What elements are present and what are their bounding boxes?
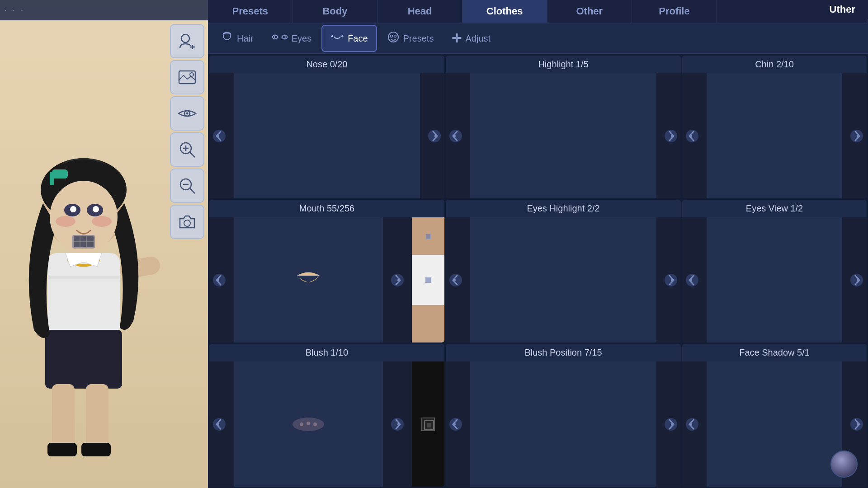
eyes-icon [272, 32, 288, 45]
svg-point-24 [181, 34, 189, 42]
mouth-next[interactable] [387, 270, 407, 290]
chin-cell: Chin 2/10 [682, 56, 867, 198]
blush-position-header: Blush Position 7/15 [446, 344, 681, 361]
svg-point-84 [689, 423, 692, 426]
gallery-button[interactable] [170, 60, 204, 94]
subtab-face[interactable]: Face [321, 25, 377, 52]
blush-prev[interactable] [209, 414, 229, 434]
svg-point-62 [453, 279, 456, 282]
blush-header: Blush 1/10 [209, 344, 444, 361]
eyes-highlight-next[interactable] [661, 270, 681, 290]
tab-presets[interactable]: Presets [208, 0, 293, 23]
svg-point-64 [671, 279, 674, 282]
mouth-prev[interactable] [209, 270, 229, 290]
face-options-grid: Nose 0/20 [208, 54, 868, 488]
svg-point-72 [300, 422, 303, 426]
svg-point-54 [689, 135, 692, 137]
svg-point-68 [857, 279, 859, 282]
eyes-highlight-prev[interactable] [446, 270, 466, 290]
subtab-hair[interactable]: Hair [212, 26, 262, 51]
eye-view-button[interactable] [170, 96, 204, 131]
blush-position-next[interactable] [661, 414, 681, 434]
adjust-icon: ✛ [452, 32, 462, 46]
svg-point-15 [92, 216, 112, 227]
svg-rect-1 [45, 330, 122, 389]
top-bar-dots: · · · [5, 5, 25, 15]
blush-position-prev[interactable] [446, 414, 466, 434]
presets-face-icon [387, 31, 400, 46]
svg-point-28 [190, 73, 193, 76]
svg-point-52 [671, 135, 674, 137]
blush-next[interactable] [387, 414, 407, 434]
svg-point-48 [434, 135, 437, 137]
chin-preview [707, 73, 842, 198]
tab-body[interactable]: Body [293, 0, 378, 23]
main-nav-tabs: Presets Body Head Clothes Other Profile [208, 0, 868, 23]
tab-other[interactable]: Other [547, 0, 632, 23]
svg-point-73 [307, 422, 310, 425]
face-shadow-preview [707, 361, 842, 487]
nose-next[interactable] [425, 126, 444, 146]
chin-prev[interactable] [682, 126, 702, 146]
svg-point-41 [282, 36, 285, 39]
svg-rect-3 [86, 384, 108, 447]
svg-rect-4 [47, 443, 77, 456]
face-shadow-prev[interactable] [682, 414, 702, 434]
svg-point-70 [217, 423, 219, 426]
svg-point-13 [93, 206, 99, 212]
svg-point-50 [453, 135, 456, 137]
right-panel: Uther Presets Body Head Clothes Other Pr… [208, 0, 868, 488]
tab-head[interactable]: Head [377, 0, 462, 23]
chin-next[interactable] [847, 126, 867, 146]
add-character-button[interactable] [170, 24, 204, 58]
zoom-out-button[interactable] [170, 169, 204, 203]
subtab-eyes[interactable]: Eyes [264, 28, 320, 49]
highlight-cell: Highlight 1/5 [446, 56, 681, 198]
subtab-presets[interactable]: Presets [379, 26, 442, 51]
svg-rect-5 [81, 443, 111, 456]
blush-swatch-inner [421, 418, 435, 431]
nose-header: Nose 0/20 [209, 56, 444, 73]
eyes-highlight-cell: Eyes Highlight 2/2 [446, 200, 681, 343]
nose-cell: Nose 0/20 [209, 56, 444, 198]
svg-rect-18 [47, 276, 120, 279]
character-area [0, 20, 167, 488]
svg-point-40 [274, 36, 278, 39]
eyes-view-next[interactable] [847, 270, 867, 290]
subtab-adjust[interactable]: ✛ Adjust [443, 27, 499, 50]
highlight-preview [470, 73, 656, 198]
globe-icon[interactable] [830, 450, 858, 478]
sub-nav-tabs: Hair Eyes Face [208, 23, 868, 54]
camera-button[interactable] [170, 205, 204, 239]
eyes-view-preview [707, 217, 842, 343]
hair-icon [221, 31, 233, 46]
zoom-in-button[interactable] [170, 132, 204, 167]
face-shadow-header: Face Shadow 5/1 [682, 344, 867, 361]
tab-clothes[interactable]: Clothes [462, 0, 547, 23]
eyes-highlight-header: Eyes Highlight 2/2 [446, 200, 681, 217]
nose-prev[interactable] [209, 126, 229, 146]
svg-point-76 [397, 423, 400, 426]
svg-point-74 [313, 422, 317, 426]
svg-point-60 [397, 279, 400, 282]
blush-color-swatch[interactable] [412, 361, 444, 487]
face-shadow-next[interactable] [847, 414, 867, 434]
swatch-bottom [412, 305, 444, 343]
eyes-view-cell: Eyes View 1/2 [682, 200, 867, 343]
svg-point-66 [689, 279, 692, 282]
mouth-color-swatch[interactable] [412, 217, 444, 343]
highlight-next[interactable] [661, 126, 681, 146]
highlight-header: Highlight 1/5 [446, 56, 681, 73]
eyes-view-prev[interactable] [682, 270, 702, 290]
highlight-prev[interactable] [446, 126, 466, 146]
tab-profile[interactable]: Profile [632, 0, 717, 23]
eyes-highlight-preview [470, 217, 656, 343]
highlight-body [446, 73, 681, 198]
character-preview-panel: · · · [0, 0, 208, 488]
svg-point-44 [394, 35, 396, 38]
swatch-top [412, 217, 444, 255]
mouth-cell: Mouth 55/256 [209, 200, 444, 343]
svg-point-12 [70, 206, 76, 212]
top-bar: · · · [0, 0, 208, 20]
swatch-dot-middle [425, 277, 431, 283]
